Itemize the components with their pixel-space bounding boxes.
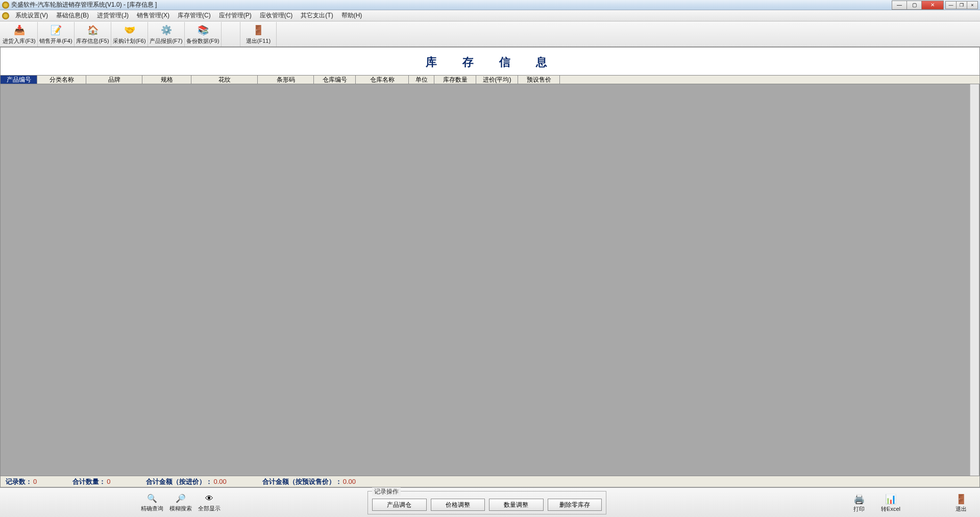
purchase-plan-icon: 🤝 [123,23,136,37]
menu-payable[interactable]: 应付管理(P) [215,10,256,21]
qty-label: 合计数量： [72,477,106,486]
mdi-minimize-button[interactable]: — [945,1,957,9]
exact-search-button[interactable]: 🔍精确查询 [138,490,166,515]
product-loss-button[interactable]: ⚙️产品报损(F7) [148,22,185,46]
record-ops-group: 记录操作 产品调仓价格调整数量调整删除零库存 [368,491,606,514]
grid-body[interactable] [1,84,979,476]
backup-data-icon: 📚 [197,23,210,37]
ops-button-0[interactable]: 产品调仓 [372,499,427,511]
sales-order-button[interactable]: 📝销售开单(F4) [38,22,75,46]
amount-sale-value: 0.00 [343,478,356,485]
exit-app-icon: 🚪 [252,23,265,37]
menu-help[interactable]: 帮助(H) [337,10,366,21]
window-close-button[interactable]: ✕ [921,1,944,10]
window-controls: — ▢ ✕ [892,1,944,10]
summary-bar: 记录数： 0 合计数量： 0 合计金额（按进价）： 0.00 合计金额（按预设售… [1,476,979,487]
exit-page-button[interactable]: 🚪 退出 [948,490,974,515]
show-all-label: 全部显示 [198,505,220,512]
menu-purchase[interactable]: 进货管理(J) [93,10,133,21]
data-grid: 产品编号分类名称品牌规格花纹条形码仓库编号仓库名称单位库存数量进价(平均)预设售… [1,75,979,476]
page-title: 库 存 信 息 [1,47,979,75]
search-group: 🔍精确查询🔎模糊搜索👁全部显示 [138,490,224,515]
mdi-restore-button[interactable]: ❐ [956,1,967,9]
menubar: 系统设置(V) 基础信息(B) 进货管理(J) 销售管理(X) 库存管理(C) … [0,10,980,21]
exit-app-label: 退出(F11) [246,37,271,45]
records-label: 记录数： [6,477,32,486]
app-icon [2,2,9,9]
grid-header-row: 产品编号分类名称品牌规格花纹条形码仓库编号仓库名称单位库存数量进价(平均)预设售… [1,75,979,84]
exit-icon: 🚪 [955,493,967,505]
col-header-8[interactable]: 单位 [409,76,434,84]
exit-app-button[interactable]: 🚪退出(F11) [240,22,277,46]
to-excel-label: 转Excel [881,505,900,513]
exact-search-label: 精确查询 [141,505,163,512]
sales-order-label: 销售开单(F4) [39,37,72,45]
qty-value: 0 [107,478,110,485]
window-titlebar: 奕盛软件-汽车轮胎进销存管理系统(V1.0) - [库存信息 ] — ▢ ✕ —… [0,0,980,10]
purchase-plan-button[interactable]: 🤝采购计划(F6) [111,22,148,46]
col-header-0[interactable]: 产品编号 [1,76,37,84]
bottom-panel: 🔍精确查询🔎模糊搜索👁全部显示 记录操作 产品调仓价格调整数量调整删除零库存 🖨… [0,487,980,517]
content-area: 库 存 信 息 产品编号分类名称品牌规格花纹条形码仓库编号仓库名称单位库存数量进… [0,47,980,487]
amount-sale-label: 合计金额（按预设售价）： [262,477,342,486]
export-group: 🖨️打印📊转Excel [846,490,903,515]
col-header-10[interactable]: 进价(平均) [476,76,518,84]
col-header-1[interactable]: 分类名称 [37,76,86,84]
col-header-9[interactable]: 库存数量 [434,76,476,84]
col-header-6[interactable]: 仓库编号 [314,76,356,84]
show-all-button[interactable]: 👁全部显示 [195,490,224,515]
product-loss-icon: ⚙️ [160,23,173,37]
menu-app-icon [2,12,9,19]
ops-button-3[interactable]: 删除零库存 [548,499,602,511]
menu-other[interactable]: 其它支出(T) [297,10,337,21]
col-header-5[interactable]: 条形码 [258,76,314,84]
grid-vertical-scrollbar[interactable] [970,84,979,476]
main-toolbar: 📥进货入库(F3)📝销售开单(F4)🏠库存信息(F5)🤝采购计划(F6)⚙️产品… [0,21,980,47]
to-excel-button[interactable]: 📊转Excel [878,490,903,515]
col-header-4[interactable]: 花纹 [191,76,258,84]
menu-basic[interactable]: 基础信息(B) [52,10,93,21]
ops-button-2[interactable]: 数量调整 [489,499,544,511]
stock-in-label: 进货入库(F3) [3,37,35,45]
fuzzy-search-button[interactable]: 🔎模糊搜索 [166,490,195,515]
col-header-2[interactable]: 品牌 [86,76,142,84]
print-icon: 🖨️ [853,493,865,505]
purchase-plan-label: 采购计划(F6) [113,37,145,45]
mdi-close-button[interactable]: × [967,1,978,9]
exact-search-icon: 🔍 [146,493,158,504]
backup-data-label: 备份数据(F9) [186,37,219,45]
show-all-icon: 👁 [204,493,215,504]
window-maximize-button[interactable]: ▢ [906,1,922,10]
to-excel-icon: 📊 [885,493,897,505]
col-header-3[interactable]: 规格 [142,76,191,84]
product-loss-label: 产品报损(F7) [150,37,182,45]
inventory-info-label: 库存信息(F5) [76,37,109,45]
window-title: 奕盛软件-汽车轮胎进销存管理系统(V1.0) - [库存信息 ] [11,1,157,9]
print-label: 打印 [853,505,865,513]
fuzzy-search-icon: 🔎 [175,493,186,504]
exit-page-label: 退出 [955,505,967,513]
sales-order-icon: 📝 [50,23,63,37]
records-value: 0 [33,478,37,485]
amount-cost-value: 0.00 [213,478,226,485]
col-header-11[interactable]: 预设售价 [518,76,560,84]
menu-receive[interactable]: 应收管理(C) [256,10,297,21]
print-button[interactable]: 🖨️打印 [846,490,872,515]
stock-in-icon: 📥 [13,23,26,37]
inventory-info-button[interactable]: 🏠库存信息(F5) [75,22,111,46]
fuzzy-search-label: 模糊搜索 [169,505,192,512]
ops-legend: 记录操作 [372,487,401,496]
stock-in-button[interactable]: 📥进货入库(F3) [1,22,38,46]
col-header-7[interactable]: 仓库名称 [356,76,409,84]
inventory-info-icon: 🏠 [86,23,100,37]
menu-sales[interactable]: 销售管理(X) [133,10,174,21]
backup-data-button[interactable]: 📚备份数据(F9) [185,22,222,46]
menu-stock[interactable]: 库存管理(C) [174,10,215,21]
amount-cost-label: 合计金额（按进价）： [146,477,212,486]
mdi-controls: — ❐ × [946,1,978,9]
menu-system[interactable]: 系统设置(V) [11,10,52,21]
window-minimize-button[interactable]: — [892,1,907,10]
ops-button-1[interactable]: 价格调整 [431,499,485,511]
